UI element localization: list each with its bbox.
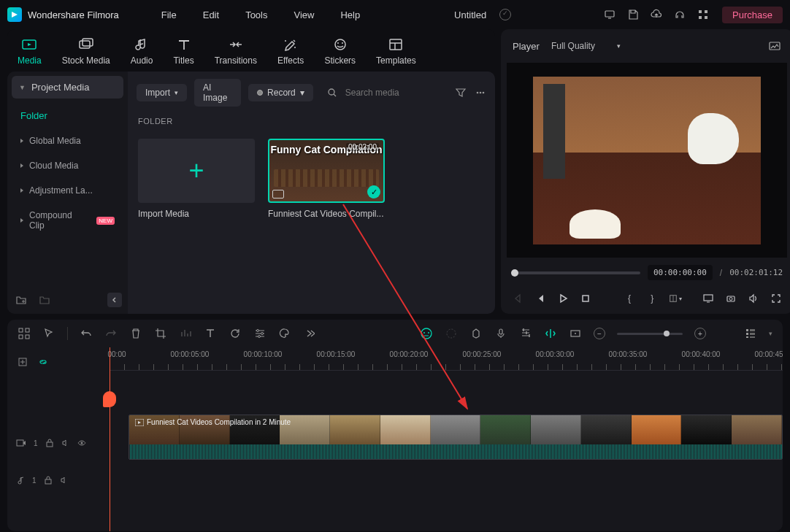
tab-stickers[interactable]: Stickers [314,29,366,72]
total-time: 00:02:01:12 [729,268,783,277]
tl-add-track-icon[interactable] [16,355,29,369]
sidebar-folder[interactable]: Folder [7,103,128,128]
timeline-ruler[interactable]: 00:0000:00:05:0000:00:10:0000:00:15:0000… [110,347,783,371]
play-icon[interactable] [556,292,569,305]
menu-view[interactable]: View [294,9,314,20]
import-media-card[interactable]: + Import Media [138,139,255,219]
playhead[interactable] [110,347,110,531]
tl-select-icon[interactable] [42,327,55,340]
svg-rect-0 [605,11,614,17]
tl-ai-icon[interactable] [420,327,433,340]
quality-select[interactable]: Full Quality▾ [551,41,621,51]
more-options-icon[interactable] [474,85,486,100]
mark-out-icon[interactable]: } [646,292,659,305]
sidebar-compound-clip[interactable]: Compound ClipNEW [7,203,128,238]
tl-crop-icon[interactable] [154,327,167,340]
volume-icon[interactable] [748,292,760,305]
tl-marker-icon[interactable] [469,327,483,340]
video-track-icon[interactable] [16,439,26,447]
tl-color-icon[interactable] [278,327,291,340]
tl-mic-icon[interactable] [494,327,507,340]
track-mute-icon[interactable] [61,439,70,447]
svg-point-35 [257,330,259,332]
new-folder-icon[interactable] [13,292,29,308]
mark-in-icon[interactable]: { [624,292,636,305]
menu-help[interactable]: Help [340,9,360,20]
timeline-clip[interactable]: Funniest Cat Videos Compilation in 2 Min… [129,415,783,460]
sidebar-adjustment-layer[interactable]: Adjustment La... [7,178,128,203]
templates-icon [376,36,416,53]
fullscreen-icon[interactable] [770,292,783,305]
preview-video[interactable] [507,63,787,258]
zoom-slider[interactable] [617,333,683,335]
tl-render-icon[interactable] [569,327,582,340]
save-icon[interactable] [626,8,640,21]
audio-track-icon[interactable] [16,476,25,485]
tab-effects[interactable]: Effects [267,29,314,72]
record-button[interactable]: Record▾ [248,84,313,101]
sidebar-project-media[interactable]: ▼ Project Media [12,76,123,99]
camera-snapshot-icon[interactable] [725,292,737,305]
svg-rect-34 [26,335,29,339]
menu-tools[interactable]: Tools [245,9,267,20]
menu-file[interactable]: File [161,9,177,20]
ai-image-button[interactable]: AI Image [194,79,241,107]
track-visible-icon[interactable] [77,439,86,447]
svg-point-19 [476,92,478,94]
tl-delete-icon[interactable] [129,327,142,340]
sync-status-icon[interactable] [499,8,512,21]
tl-more-icon[interactable] [303,327,316,340]
tab-media[interactable]: Media [7,29,52,72]
purchase-button[interactable]: Purchase [722,7,783,23]
snapshot-settings-icon[interactable] [768,39,781,53]
zoom-out-button[interactable]: − [594,328,605,339]
zoom-in-button[interactable]: + [694,328,706,339]
svg-rect-7 [80,41,90,48]
tl-adjust-icon[interactable] [253,327,266,340]
tab-titles[interactable]: Titles [163,29,204,72]
track-lock-icon[interactable] [44,476,53,485]
stop-icon[interactable] [579,292,591,305]
svg-point-36 [261,333,264,335]
tl-layout-icon[interactable] [18,327,31,340]
tab-transitions[interactable]: Transitions [204,29,267,72]
track-mute-icon[interactable] [60,476,69,485]
scrub-bar[interactable] [511,271,640,274]
step-back-icon[interactable] [534,292,546,305]
tl-split-icon[interactable] [544,327,557,340]
collapse-sidebar-icon[interactable] [107,293,122,307]
search-input[interactable] [345,88,448,98]
menu-edit[interactable]: Edit [203,9,219,20]
filter-icon[interactable] [455,85,467,100]
svg-point-38 [421,328,432,339]
tl-tracks-icon[interactable] [744,327,757,340]
search-icon[interactable] [325,85,340,100]
sidebar-cloud-media[interactable]: Cloud Media [7,153,128,178]
tl-undo-icon[interactable] [80,327,93,340]
tl-link-icon[interactable] [37,355,50,369]
tab-audio[interactable]: Audio [120,29,164,72]
tl-mixer-icon[interactable] [519,327,532,340]
tl-text-icon[interactable] [204,327,217,340]
cloud-upload-icon[interactable] [650,8,663,21]
media-icon [18,36,42,53]
media-clip-card[interactable]: Funny Cat Compilation 00:02:00 ✓ Funnies… [268,139,385,219]
screen-icon[interactable] [603,8,616,21]
scrub-handle[interactable] [511,269,518,277]
apps-grid-icon[interactable] [697,8,710,21]
tl-speed-icon[interactable] [179,327,192,340]
tl-redo-icon[interactable] [104,327,118,340]
display-icon[interactable] [702,292,715,305]
tl-rotate-icon[interactable] [229,327,242,340]
crop-ratio-icon[interactable]: ▾ [669,292,682,305]
track-lock-icon[interactable] [45,439,54,447]
headset-icon[interactable] [673,8,686,21]
sidebar-global-media[interactable]: Global Media [7,128,128,153]
import-button[interactable]: Import▾ [137,84,187,101]
tl-beat-icon[interactable] [445,327,458,340]
svg-point-54 [80,442,83,444]
tab-stock-media[interactable]: Stock Media [52,29,120,72]
zoom-knob[interactable] [664,331,670,336]
new-bin-icon[interactable] [37,292,53,308]
tab-templates[interactable]: Templates [366,29,426,72]
